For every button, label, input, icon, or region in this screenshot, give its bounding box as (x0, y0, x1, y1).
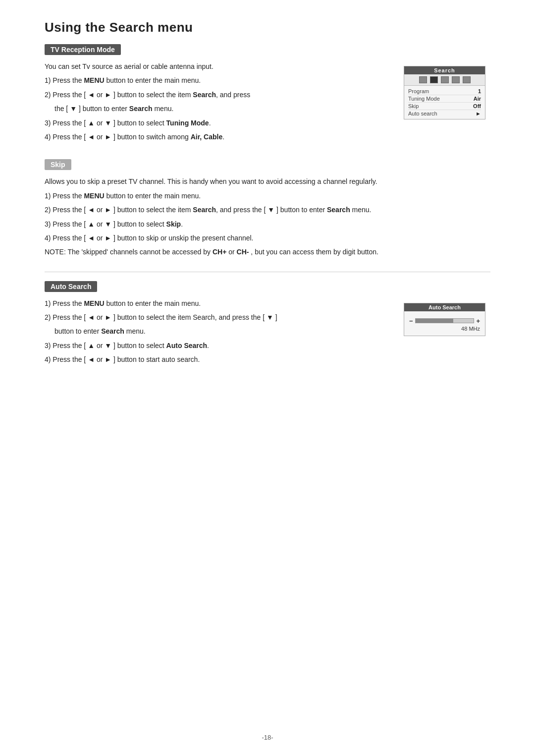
tv-reception-step-2b: the [ ▼ ] button to enter Search menu. (45, 103, 389, 114)
menu-box-title: Search (404, 66, 485, 74)
auto-search-step-4: 4) Press the [ ◄ or ► ] button to start … (45, 354, 389, 365)
auto-search-step-3: 3) Press the [ ▲ or ▼ ] button to select… (45, 340, 389, 351)
auto-search-minus-icon: − (409, 317, 413, 325)
auto-search-image: Auto Search − + 48 MHz (404, 303, 490, 336)
auto-search-step-2: 2) Press the [ ◄ or ► ] button to select… (45, 312, 389, 323)
skip-intro: Allows you to skip a preset TV channel. … (45, 176, 490, 187)
auto-search-freq: 48 MHz (409, 326, 480, 332)
tv-reception-section: TV Reception Mode You can set Tv source … (45, 44, 490, 145)
auto-search-step-1: 1) Press the MENU button to enter the ma… (45, 298, 389, 309)
menu-row-skip: Skip Off (408, 103, 481, 110)
tv-reception-intro: You can set Tv source as aerial or cable… (45, 61, 389, 72)
section-divider (45, 272, 490, 272)
tv-reception-step-2: 2) Press the [ ◄ or ► ] button to select… (45, 89, 389, 100)
menu-icon-4 (452, 76, 460, 83)
tv-reception-menu-image: Search Program 1 Tuni (404, 66, 490, 119)
auto-search-step-2b: button to enter Search menu. (45, 326, 389, 337)
skip-header: Skip (45, 159, 71, 170)
menu-icon-1 (419, 76, 427, 83)
skip-step-2: 2) Press the [ ◄ or ► ] button to select… (45, 204, 490, 215)
page-title: Using the Search menu (45, 20, 490, 35)
menu-row-program: Program 1 (408, 88, 481, 95)
auto-search-progress-bar (415, 318, 475, 323)
tv-reception-step-3: 3) Press the [ ▲ or ▼ ] button to select… (45, 117, 389, 128)
skip-step-1: 1) Press the MENU button to enter the ma… (45, 190, 490, 201)
menu-icon-3 (441, 76, 449, 83)
auto-search-plus-icon: + (476, 317, 480, 325)
skip-note: NOTE: The 'skipped' channels cannot be a… (45, 246, 490, 257)
skip-step-4: 4) Press the [ ◄ or ► ] button to skip o… (45, 233, 490, 243)
auto-search-section: Auto Search 1) Press the MENU button to … (45, 281, 490, 368)
skip-step-3: 3) Press the [ ▲ or ▼ ] button to select… (45, 219, 490, 230)
tv-reception-step-1: 1) Press the MENU button to enter the ma… (45, 75, 389, 86)
menu-box-icons (404, 74, 485, 86)
tv-reception-step-4: 4) Press the [ ◄ or ► ] button to switch… (45, 131, 389, 142)
auto-search-header: Auto Search (45, 281, 97, 292)
menu-icon-2 (430, 76, 438, 83)
menu-row-tuning-mode: Tuning Mode Air (408, 95, 481, 103)
menu-icon-5 (463, 76, 471, 83)
auto-search-box-title: Auto Search (404, 303, 485, 311)
skip-section: Skip Allows you to skip a preset TV chan… (45, 159, 490, 257)
menu-box-rows: Program 1 Tuning Mode Air Skip Off Aut (404, 86, 485, 119)
tv-reception-header: TV Reception Mode (45, 44, 121, 55)
page-number: -18- (0, 734, 535, 741)
auto-search-bar-row: − + (409, 317, 480, 325)
menu-row-auto-search: Auto search ► (408, 110, 481, 117)
